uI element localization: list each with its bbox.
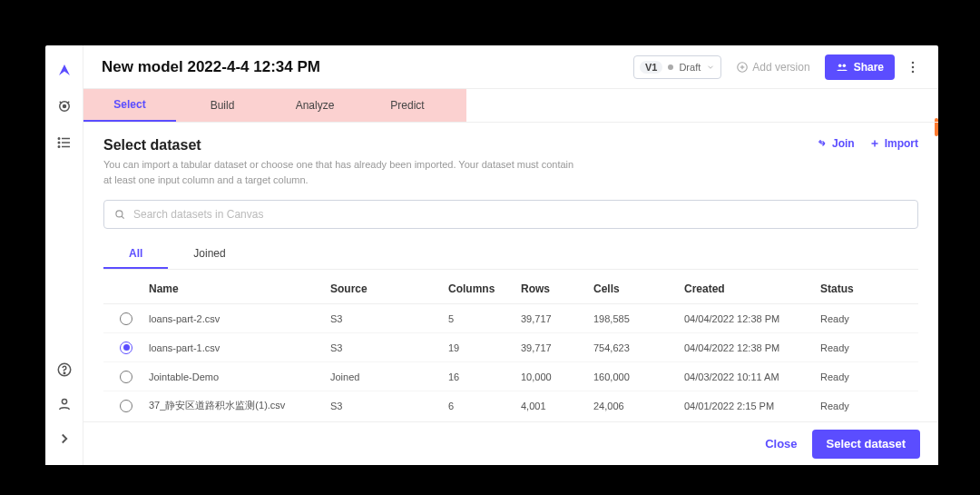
col-status: Status: [820, 282, 911, 295]
table-row[interactable]: loans-part-2.csv S3 5 39,717 198,585 04/…: [103, 304, 918, 333]
app-window: New model 2022-4-4 12:34 PM V1 Draft Add…: [45, 45, 938, 465]
col-created: Created: [684, 282, 820, 295]
list-icon[interactable]: [56, 134, 73, 151]
footer: Close Select dataset: [83, 421, 938, 465]
col-cells: Cells: [593, 282, 684, 295]
select-dataset-button[interactable]: Select dataset: [812, 430, 920, 459]
plus-circle-icon: [736, 61, 749, 74]
chevron-down-icon: [706, 63, 715, 72]
version-status: Draft: [679, 62, 701, 73]
tab-predict[interactable]: Predict: [361, 89, 454, 122]
row-radio[interactable]: [120, 371, 132, 383]
section-subtitle: You can import a tabular dataset or choo…: [103, 157, 575, 187]
row-radio[interactable]: [120, 400, 132, 412]
row-radio[interactable]: [120, 342, 132, 354]
cell-cells: 24,006: [593, 401, 684, 411]
tab-analyze[interactable]: Analyze: [269, 89, 361, 122]
cell-created: 04/04/2022 12:38 PM: [684, 313, 820, 324]
cell-source: Joined: [330, 371, 448, 382]
cell-cells: 160,000: [593, 371, 684, 382]
svg-point-15: [842, 64, 846, 67]
tab-select[interactable]: Select: [83, 89, 176, 122]
target-icon[interactable]: [56, 98, 73, 114]
share-label: Share: [854, 61, 884, 74]
cell-name: Jointable-Demo: [149, 371, 330, 382]
user-icon[interactable]: [56, 396, 73, 412]
close-button[interactable]: Close: [765, 437, 797, 450]
cell-created: 04/03/2022 10:11 AM: [684, 371, 820, 382]
join-label: Join: [832, 137, 855, 150]
svg-point-10: [62, 399, 66, 403]
logo-icon[interactable]: [56, 62, 73, 78]
search-box[interactable]: [103, 200, 918, 229]
search-input[interactable]: [133, 208, 908, 221]
version-badge: V1: [640, 61, 662, 74]
cell-columns: 5: [448, 313, 521, 324]
cell-columns: 16: [448, 371, 521, 382]
subtabs-bar: AllJoined: [103, 240, 918, 270]
version-dropdown[interactable]: V1 Draft: [633, 55, 721, 79]
join-button[interactable]: Join: [817, 137, 855, 150]
svg-line-22: [122, 216, 124, 219]
col-source: Source: [330, 282, 448, 295]
tab-build[interactable]: Build: [176, 89, 269, 122]
svg-point-1: [63, 105, 65, 108]
cell-status: Ready: [820, 313, 911, 324]
cell-cells: 754,623: [593, 342, 684, 353]
kebab-menu-icon[interactable]: [904, 54, 922, 80]
svg-point-16: [912, 61, 915, 64]
col-name: Name: [149, 282, 330, 295]
content-area: Select dataset You can import a tabular …: [83, 123, 938, 421]
cell-columns: 6: [448, 401, 521, 411]
svg-point-5: [58, 138, 60, 140]
cell-rows: 10,000: [521, 371, 593, 382]
cell-cells: 198,585: [593, 313, 684, 324]
table-row[interactable]: Jointable-Demo Joined 16 10,000 160,000 …: [103, 362, 918, 391]
help-icon[interactable]: [56, 361, 73, 378]
cell-source: S3: [330, 401, 448, 411]
chevron-right-icon[interactable]: [56, 431, 73, 447]
tabs-bar: SelectBuildAnalyzePredict: [83, 89, 938, 123]
row-radio[interactable]: [120, 312, 132, 325]
svg-point-21: [116, 211, 122, 217]
cell-status: Ready: [820, 342, 911, 353]
subtab-joined[interactable]: Joined: [168, 240, 250, 269]
cell-name: loans-part-2.csv: [149, 313, 330, 324]
status-dot-icon: [668, 64, 673, 70]
add-version-button[interactable]: Add version: [730, 57, 815, 77]
cell-status: Ready: [820, 371, 911, 382]
col-columns: Columns: [448, 282, 521, 295]
cell-created: 04/01/2022 2:15 PM: [684, 401, 820, 411]
share-button[interactable]: Share: [825, 54, 895, 80]
table-row[interactable]: loans-part-1.csv S3 19 39,717 754,623 04…: [103, 333, 918, 362]
section-title: Select dataset: [103, 137, 575, 153]
people-icon: [836, 61, 848, 74]
svg-point-9: [64, 372, 65, 374]
cell-name: 37_静安区道路积水监测(1).csv: [149, 399, 330, 412]
cell-name: loans-part-1.csv: [149, 342, 330, 353]
search-icon: [113, 208, 126, 221]
cell-rows: 39,717: [521, 342, 593, 353]
table-header-row: Name Source Columns Rows Cells Created S…: [103, 273, 918, 304]
cell-rows: 39,717: [521, 313, 593, 324]
header: New model 2022-4-4 12:34 PM V1 Draft Add…: [83, 45, 938, 89]
table-wrap[interactable]: Name Source Columns Rows Cells Created S…: [103, 273, 918, 412]
import-button[interactable]: Import: [869, 137, 918, 150]
add-version-label: Add version: [752, 61, 809, 74]
cell-created: 04/04/2022 12:38 PM: [684, 342, 820, 353]
join-icon: [817, 138, 828, 149]
table-row[interactable]: 37_静安区道路积水监测(1).csv S3 6 4,001 24,006 04…: [103, 391, 918, 412]
col-rows: Rows: [521, 282, 593, 295]
svg-point-7: [58, 146, 60, 148]
svg-point-18: [912, 70, 915, 73]
cell-columns: 19: [448, 342, 521, 353]
cell-source: S3: [330, 342, 448, 353]
cell-source: S3: [330, 313, 448, 324]
subtab-all[interactable]: All: [103, 240, 168, 269]
cell-status: Ready: [820, 401, 911, 411]
main-content: New model 2022-4-4 12:34 PM V1 Draft Add…: [83, 45, 938, 465]
svg-point-14: [838, 64, 842, 67]
page-title: New model 2022-4-4 12:34 PM: [102, 58, 320, 76]
import-label: Import: [885, 137, 918, 150]
sidebar: [45, 45, 83, 465]
